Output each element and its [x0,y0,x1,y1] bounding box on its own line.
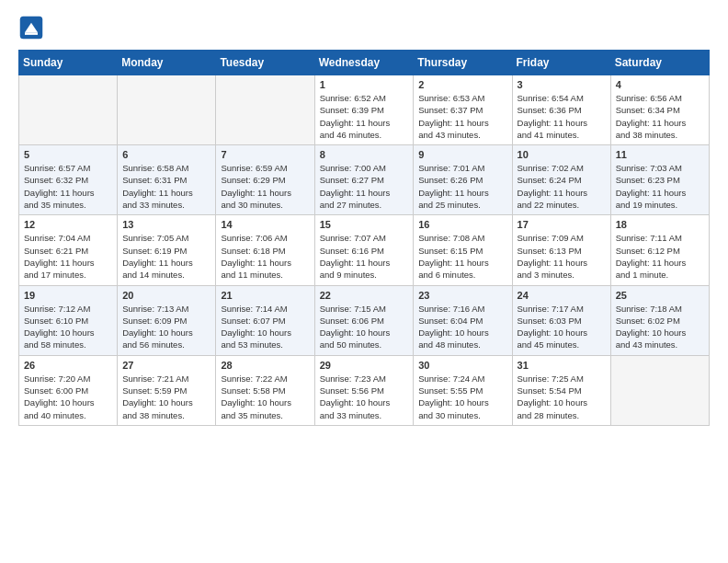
calendar-cell [19,75,118,145]
day-info: Sunrise: 6:58 AM Sunset: 6:31 PM Dayligh… [122,162,210,211]
day-number: 25 [616,290,704,301]
day-number: 13 [122,219,210,230]
calendar-cell: 31Sunrise: 7:25 AM Sunset: 5:54 PM Dayli… [512,355,610,425]
calendar-cell: 10Sunrise: 7:02 AM Sunset: 6:24 PM Dayli… [512,145,610,215]
day-number: 14 [221,219,309,230]
calendar-cell: 2Sunrise: 6:53 AM Sunset: 6:37 PM Daylig… [414,75,512,145]
day-of-week-header: Saturday [610,51,709,75]
day-of-week-header: Thursday [414,51,512,75]
day-number: 30 [418,360,506,371]
day-info: Sunrise: 7:00 AM Sunset: 6:27 PM Dayligh… [320,162,409,211]
svg-rect-2 [25,32,38,35]
day-info: Sunrise: 6:53 AM Sunset: 6:37 PM Dayligh… [418,92,506,141]
day-number: 16 [418,219,506,230]
day-info: Sunrise: 6:52 AM Sunset: 6:39 PM Dayligh… [320,92,409,141]
calendar-cell: 20Sunrise: 7:13 AM Sunset: 6:09 PM Dayli… [118,285,216,355]
calendar-cell: 29Sunrise: 7:23 AM Sunset: 5:56 PM Dayli… [314,355,414,425]
day-number: 20 [122,290,210,301]
day-info: Sunrise: 6:54 AM Sunset: 6:36 PM Dayligh… [518,92,606,141]
day-info: Sunrise: 7:07 AM Sunset: 6:16 PM Dayligh… [320,232,409,281]
calendar-week-row: 5Sunrise: 6:57 AM Sunset: 6:32 PM Daylig… [19,145,710,215]
logo [18,15,48,40]
calendar-cell: 14Sunrise: 7:06 AM Sunset: 6:18 PM Dayli… [216,215,314,285]
header [18,15,710,40]
day-info: Sunrise: 7:17 AM Sunset: 6:03 PM Dayligh… [518,303,606,351]
calendar-cell: 24Sunrise: 7:17 AM Sunset: 6:03 PM Dayli… [512,285,610,355]
day-info: Sunrise: 7:21 AM Sunset: 5:59 PM Dayligh… [122,373,210,421]
day-info: Sunrise: 7:24 AM Sunset: 5:55 PM Dayligh… [418,373,506,421]
day-info: Sunrise: 7:25 AM Sunset: 5:54 PM Dayligh… [518,373,606,421]
day-number: 22 [320,290,409,301]
day-number: 9 [418,149,506,160]
calendar-cell: 11Sunrise: 7:03 AM Sunset: 6:23 PM Dayli… [610,145,709,215]
day-number: 23 [418,290,506,301]
calendar-cell [118,75,216,145]
calendar-cell [610,355,709,425]
calendar-cell: 12Sunrise: 7:04 AM Sunset: 6:21 PM Dayli… [19,215,118,285]
calendar-cell: 4Sunrise: 6:56 AM Sunset: 6:34 PM Daylig… [610,75,709,145]
day-info: Sunrise: 7:11 AM Sunset: 6:12 PM Dayligh… [616,232,704,281]
calendar-cell: 23Sunrise: 7:16 AM Sunset: 6:04 PM Dayli… [414,285,512,355]
day-info: Sunrise: 6:59 AM Sunset: 6:29 PM Dayligh… [221,162,309,211]
day-number: 15 [320,219,409,230]
calendar-week-row: 1Sunrise: 6:52 AM Sunset: 6:39 PM Daylig… [19,75,710,145]
calendar-cell: 1Sunrise: 6:52 AM Sunset: 6:39 PM Daylig… [314,75,414,145]
day-of-week-header: Sunday [19,51,118,75]
calendar-header-row: SundayMondayTuesdayWednesdayThursdayFrid… [19,51,710,75]
calendar-cell: 8Sunrise: 7:00 AM Sunset: 6:27 PM Daylig… [314,145,414,215]
calendar-cell: 21Sunrise: 7:14 AM Sunset: 6:07 PM Dayli… [216,285,314,355]
day-info: Sunrise: 7:01 AM Sunset: 6:26 PM Dayligh… [418,162,506,211]
day-of-week-header: Wednesday [314,51,414,75]
day-info: Sunrise: 7:22 AM Sunset: 5:58 PM Dayligh… [221,373,309,421]
calendar-cell: 16Sunrise: 7:08 AM Sunset: 6:15 PM Dayli… [414,215,512,285]
day-info: Sunrise: 7:12 AM Sunset: 6:10 PM Dayligh… [24,303,112,351]
day-info: Sunrise: 7:04 AM Sunset: 6:21 PM Dayligh… [24,232,112,281]
day-number: 26 [24,360,112,371]
day-number: 29 [320,360,409,371]
day-of-week-header: Friday [512,51,610,75]
calendar-cell: 18Sunrise: 7:11 AM Sunset: 6:12 PM Dayli… [610,215,709,285]
day-info: Sunrise: 6:57 AM Sunset: 6:32 PM Dayligh… [24,162,112,211]
day-number: 7 [221,149,309,160]
day-info: Sunrise: 7:23 AM Sunset: 5:56 PM Dayligh… [320,373,409,421]
day-info: Sunrise: 7:18 AM Sunset: 6:02 PM Dayligh… [616,303,704,351]
day-number: 5 [24,149,112,160]
calendar-cell: 15Sunrise: 7:07 AM Sunset: 6:16 PM Dayli… [314,215,414,285]
day-of-week-header: Tuesday [216,51,314,75]
day-number: 21 [221,290,309,301]
calendar-cell: 22Sunrise: 7:15 AM Sunset: 6:06 PM Dayli… [314,285,414,355]
day-info: Sunrise: 7:06 AM Sunset: 6:18 PM Dayligh… [221,232,309,281]
calendar-cell: 27Sunrise: 7:21 AM Sunset: 5:59 PM Dayli… [118,355,216,425]
day-number: 17 [518,219,606,230]
logo-icon [18,15,44,40]
day-number: 28 [221,360,309,371]
day-info: Sunrise: 7:13 AM Sunset: 6:09 PM Dayligh… [122,303,210,351]
day-number: 6 [122,149,210,160]
calendar-cell: 3Sunrise: 6:54 AM Sunset: 6:36 PM Daylig… [512,75,610,145]
day-info: Sunrise: 7:03 AM Sunset: 6:23 PM Dayligh… [616,162,704,211]
calendar-cell: 26Sunrise: 7:20 AM Sunset: 6:00 PM Dayli… [19,355,118,425]
calendar-cell: 6Sunrise: 6:58 AM Sunset: 6:31 PM Daylig… [118,145,216,215]
calendar-cell: 19Sunrise: 7:12 AM Sunset: 6:10 PM Dayli… [19,285,118,355]
day-number: 1 [320,79,409,90]
calendar-cell: 28Sunrise: 7:22 AM Sunset: 5:58 PM Dayli… [216,355,314,425]
day-number: 18 [616,219,704,230]
day-info: Sunrise: 7:16 AM Sunset: 6:04 PM Dayligh… [418,303,506,351]
calendar-table: SundayMondayTuesdayWednesdayThursdayFrid… [18,50,710,426]
day-number: 3 [518,79,606,90]
day-number: 8 [320,149,409,160]
day-info: Sunrise: 7:09 AM Sunset: 6:13 PM Dayligh… [518,232,606,281]
day-number: 31 [518,360,606,371]
calendar-cell: 13Sunrise: 7:05 AM Sunset: 6:19 PM Dayli… [118,215,216,285]
calendar-cell: 30Sunrise: 7:24 AM Sunset: 5:55 PM Dayli… [414,355,512,425]
day-info: Sunrise: 7:14 AM Sunset: 6:07 PM Dayligh… [221,303,309,351]
day-number: 10 [518,149,606,160]
calendar-week-row: 12Sunrise: 7:04 AM Sunset: 6:21 PM Dayli… [19,215,710,285]
day-info: Sunrise: 7:08 AM Sunset: 6:15 PM Dayligh… [418,232,506,281]
day-info: Sunrise: 7:20 AM Sunset: 6:00 PM Dayligh… [24,373,112,421]
calendar-week-row: 26Sunrise: 7:20 AM Sunset: 6:00 PM Dayli… [19,355,710,425]
calendar-cell: 5Sunrise: 6:57 AM Sunset: 6:32 PM Daylig… [19,145,118,215]
day-number: 2 [418,79,506,90]
calendar-cell: 9Sunrise: 7:01 AM Sunset: 6:26 PM Daylig… [414,145,512,215]
day-number: 24 [518,290,606,301]
